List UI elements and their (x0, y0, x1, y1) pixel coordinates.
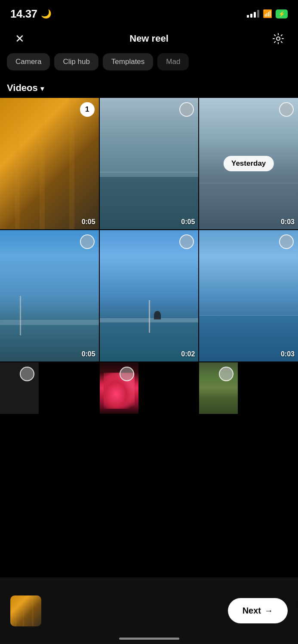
video-cell-9[interactable] (199, 362, 238, 414)
selection-circle-6 (279, 234, 294, 249)
video-cell-4[interactable]: 0:05 (0, 230, 99, 361)
header: ✕ New reel (0, 26, 298, 53)
battery-bolt: ⚡ (278, 11, 285, 17)
next-arrow-icon: → (264, 606, 273, 616)
moon-icon: 🌙 (41, 9, 52, 19)
duration-3: 0:03 (281, 218, 295, 226)
signal-icon (247, 10, 259, 18)
yesterday-badge: Yesterday (224, 156, 273, 171)
video-cell-5[interactable]: 0:02 (100, 230, 199, 361)
bottom-bar: Next → (0, 577, 298, 644)
selection-circle-1: 1 (80, 102, 95, 117)
close-button[interactable]: ✕ (10, 29, 29, 48)
tab-camera[interactable]: Camera (7, 53, 50, 70)
selected-video-thumbnail (10, 595, 41, 626)
videos-section-label[interactable]: Videos ▾ (0, 77, 298, 98)
duration-4: 0:05 (82, 350, 95, 358)
battery-icon: ⚡ (276, 9, 288, 18)
tab-clip-hub[interactable]: Clip hub (54, 53, 98, 70)
duration-5: 0:02 (181, 350, 195, 358)
selection-circle-4 (80, 234, 95, 249)
svg-point-0 (276, 37, 280, 40)
settings-button[interactable] (269, 29, 288, 48)
gear-icon (272, 33, 284, 45)
duration-1: 0:05 (82, 218, 95, 226)
next-label: Next (243, 606, 261, 616)
video-cell-2[interactable]: 0:05 (100, 98, 199, 229)
chevron-down-icon: ▾ (40, 85, 44, 93)
home-indicator (119, 638, 179, 640)
duration-2: 0:05 (181, 218, 195, 226)
status-bar: 14.37 🌙 📶 ⚡ (0, 0, 298, 26)
next-button[interactable]: Next → (228, 598, 288, 623)
tab-mad[interactable]: Mad (157, 53, 189, 70)
status-time: 14.37 (10, 7, 37, 21)
section-label-text: Videos (7, 82, 38, 94)
page-title: New reel (129, 33, 169, 44)
video-cell-8[interactable] (100, 362, 138, 414)
video-cell-6[interactable]: 0:03 (199, 230, 298, 361)
wifi-icon: 📶 (263, 9, 272, 18)
video-cell-1[interactable]: 1 0:05 (0, 98, 99, 229)
video-grid: 1 0:05 0:05 Yesterday 0:03 0:05 0:02 (0, 98, 298, 414)
duration-6: 0:03 (281, 350, 295, 358)
status-icons: 📶 ⚡ (247, 9, 288, 18)
tab-templates[interactable]: Templates (103, 53, 153, 70)
close-icon: ✕ (15, 32, 25, 46)
video-cell-3[interactable]: Yesterday 0:03 (199, 98, 298, 229)
video-cell-7[interactable] (0, 362, 39, 414)
selection-circle-3 (279, 102, 294, 117)
selection-circle-8 (120, 367, 134, 381)
tab-bar: Camera Clip hub Templates Mad (0, 53, 298, 77)
